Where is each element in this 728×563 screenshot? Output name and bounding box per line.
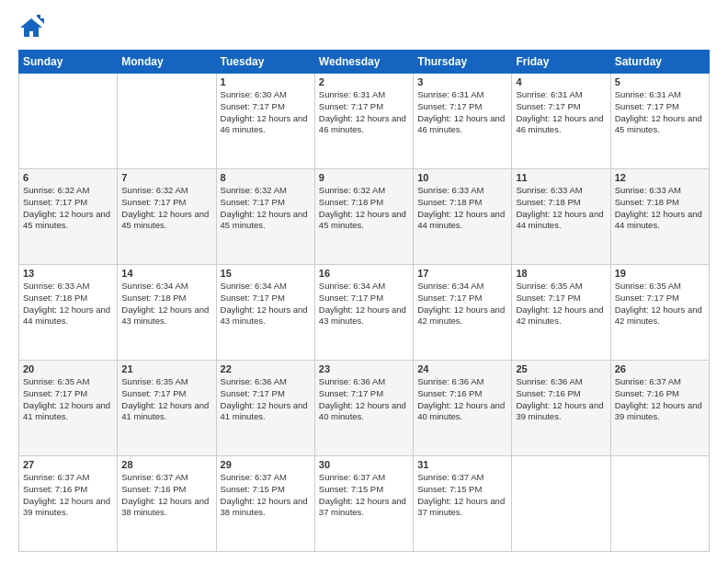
day-info: Sunrise: 6:31 AM Sunset: 7:17 PM Dayligh… (615, 89, 705, 136)
calendar-cell: 21Sunrise: 6:35 AM Sunset: 7:17 PM Dayli… (118, 361, 216, 456)
day-number: 1 (221, 76, 311, 87)
day-info: Sunrise: 6:34 AM Sunset: 7:17 PM Dayligh… (221, 281, 311, 327)
day-number: 31 (417, 459, 507, 470)
day-number: 26 (615, 363, 705, 374)
day-number: 18 (516, 268, 606, 279)
day-info: Sunrise: 6:34 AM Sunset: 7:17 PM Dayligh… (417, 281, 507, 327)
day-info: Sunrise: 6:34 AM Sunset: 7:18 PM Dayligh… (121, 281, 211, 327)
logo (18, 15, 48, 40)
day-info: Sunrise: 6:35 AM Sunset: 7:17 PM Dayligh… (516, 281, 606, 327)
day-info: Sunrise: 6:37 AM Sunset: 7:16 PM Dayligh… (121, 472, 211, 519)
day-info: Sunrise: 6:37 AM Sunset: 7:15 PM Dayligh… (417, 472, 507, 519)
day-info: Sunrise: 6:33 AM Sunset: 7:18 PM Dayligh… (516, 185, 606, 232)
calendar-cell: 1Sunrise: 6:30 AM Sunset: 7:17 PM Daylig… (216, 74, 314, 169)
calendar-cell: 10Sunrise: 6:33 AM Sunset: 7:18 PM Dayli… (414, 169, 512, 265)
calendar-cell: 15Sunrise: 6:34 AM Sunset: 7:17 PM Dayli… (216, 265, 314, 361)
calendar-cell: 20Sunrise: 6:35 AM Sunset: 7:17 PM Dayli… (19, 361, 118, 456)
calendar-cell: 31Sunrise: 6:37 AM Sunset: 7:15 PM Dayli… (414, 456, 512, 552)
day-number: 13 (23, 268, 113, 279)
calendar-cell: 5Sunrise: 6:31 AM Sunset: 7:17 PM Daylig… (610, 74, 709, 169)
day-number: 9 (319, 172, 409, 183)
day-number: 17 (417, 268, 507, 279)
day-info: Sunrise: 6:32 AM Sunset: 7:17 PM Dayligh… (221, 185, 311, 232)
day-info: Sunrise: 6:33 AM Sunset: 7:18 PM Dayligh… (23, 281, 113, 327)
day-number: 15 (221, 268, 311, 279)
day-info: Sunrise: 6:37 AM Sunset: 7:15 PM Dayligh… (319, 472, 409, 519)
calendar-table: SundayMondayTuesdayWednesdayThursdayFrid… (18, 50, 710, 552)
day-number: 5 (615, 76, 705, 87)
calendar-cell: 19Sunrise: 6:35 AM Sunset: 7:17 PM Dayli… (610, 265, 709, 361)
calendar-cell: 13Sunrise: 6:33 AM Sunset: 7:18 PM Dayli… (19, 265, 118, 361)
day-number: 7 (121, 172, 211, 183)
day-number: 30 (319, 459, 409, 470)
day-info: Sunrise: 6:35 AM Sunset: 7:17 PM Dayligh… (23, 376, 113, 423)
calendar-cell: 9Sunrise: 6:32 AM Sunset: 7:18 PM Daylig… (314, 169, 413, 265)
day-number: 6 (23, 172, 113, 183)
day-info: Sunrise: 6:36 AM Sunset: 7:16 PM Dayligh… (417, 376, 507, 423)
day-info: Sunrise: 6:37 AM Sunset: 7:16 PM Dayligh… (615, 376, 705, 423)
calendar-cell: 4Sunrise: 6:31 AM Sunset: 7:17 PM Daylig… (512, 74, 610, 169)
day-number: 3 (417, 76, 507, 87)
calendar-cell: 24Sunrise: 6:36 AM Sunset: 7:16 PM Dayli… (414, 361, 512, 456)
weekday-header-saturday: Saturday (610, 51, 709, 74)
day-number: 11 (516, 172, 606, 183)
calendar-cell: 16Sunrise: 6:34 AM Sunset: 7:17 PM Dayli… (314, 265, 413, 361)
calendar-cell (118, 74, 216, 169)
day-number: 28 (121, 459, 211, 470)
day-number: 19 (615, 268, 705, 279)
day-info: Sunrise: 6:31 AM Sunset: 7:17 PM Dayligh… (417, 89, 507, 136)
day-info: Sunrise: 6:32 AM Sunset: 7:18 PM Dayligh… (319, 185, 409, 232)
day-info: Sunrise: 6:33 AM Sunset: 7:18 PM Dayligh… (615, 185, 705, 232)
day-number: 27 (23, 459, 113, 470)
calendar-cell: 17Sunrise: 6:34 AM Sunset: 7:17 PM Dayli… (414, 265, 512, 361)
day-number: 24 (417, 363, 507, 374)
calendar-cell: 22Sunrise: 6:36 AM Sunset: 7:17 PM Dayli… (216, 361, 314, 456)
day-number: 25 (516, 363, 606, 374)
calendar-cell: 3Sunrise: 6:31 AM Sunset: 7:17 PM Daylig… (414, 74, 512, 169)
day-number: 22 (221, 363, 311, 374)
weekday-header-tuesday: Tuesday (216, 51, 314, 74)
day-number: 14 (121, 268, 211, 279)
day-info: Sunrise: 6:31 AM Sunset: 7:17 PM Dayligh… (319, 89, 409, 136)
calendar-cell: 26Sunrise: 6:37 AM Sunset: 7:16 PM Dayli… (610, 361, 709, 456)
day-info: Sunrise: 6:37 AM Sunset: 7:16 PM Dayligh… (23, 472, 113, 519)
calendar-cell: 11Sunrise: 6:33 AM Sunset: 7:18 PM Dayli… (512, 169, 610, 265)
day-info: Sunrise: 6:36 AM Sunset: 7:17 PM Dayligh… (221, 376, 311, 423)
day-number: 2 (319, 76, 409, 87)
calendar-cell: 14Sunrise: 6:34 AM Sunset: 7:18 PM Dayli… (118, 265, 216, 361)
weekday-header-monday: Monday (118, 51, 216, 74)
day-number: 29 (221, 459, 311, 470)
calendar-cell: 2Sunrise: 6:31 AM Sunset: 7:17 PM Daylig… (314, 74, 413, 169)
calendar-cell: 18Sunrise: 6:35 AM Sunset: 7:17 PM Dayli… (512, 265, 610, 361)
day-info: Sunrise: 6:31 AM Sunset: 7:17 PM Dayligh… (516, 89, 606, 136)
calendar-cell: 30Sunrise: 6:37 AM Sunset: 7:15 PM Dayli… (314, 456, 413, 552)
calendar-cell (19, 74, 118, 169)
day-info: Sunrise: 6:35 AM Sunset: 7:17 PM Dayligh… (121, 376, 211, 423)
day-number: 23 (319, 363, 409, 374)
weekday-header-friday: Friday (512, 51, 610, 74)
calendar-cell: 25Sunrise: 6:36 AM Sunset: 7:16 PM Dayli… (512, 361, 610, 456)
calendar-cell: 27Sunrise: 6:37 AM Sunset: 7:16 PM Dayli… (19, 456, 118, 552)
day-info: Sunrise: 6:32 AM Sunset: 7:17 PM Dayligh… (121, 185, 211, 232)
calendar-cell: 6Sunrise: 6:32 AM Sunset: 7:17 PM Daylig… (19, 169, 118, 265)
calendar-cell: 23Sunrise: 6:36 AM Sunset: 7:17 PM Dayli… (314, 361, 413, 456)
day-info: Sunrise: 6:36 AM Sunset: 7:16 PM Dayligh… (516, 376, 606, 423)
calendar-cell: 7Sunrise: 6:32 AM Sunset: 7:17 PM Daylig… (118, 169, 216, 265)
day-number: 12 (615, 172, 705, 183)
weekday-header-sunday: Sunday (19, 51, 118, 74)
day-info: Sunrise: 6:33 AM Sunset: 7:18 PM Dayligh… (417, 185, 507, 232)
day-info: Sunrise: 6:34 AM Sunset: 7:17 PM Dayligh… (319, 281, 409, 327)
day-info: Sunrise: 6:37 AM Sunset: 7:15 PM Dayligh… (221, 472, 311, 519)
day-number: 4 (516, 76, 606, 87)
day-info: Sunrise: 6:30 AM Sunset: 7:17 PM Dayligh… (221, 89, 311, 136)
day-info: Sunrise: 6:35 AM Sunset: 7:17 PM Dayligh… (615, 281, 705, 327)
day-number: 20 (23, 363, 113, 374)
day-number: 10 (417, 172, 507, 183)
day-number: 8 (221, 172, 311, 183)
weekday-header-thursday: Thursday (414, 51, 512, 74)
calendar-cell (512, 456, 610, 552)
day-info: Sunrise: 6:32 AM Sunset: 7:17 PM Dayligh… (23, 185, 113, 232)
day-number: 16 (319, 268, 409, 279)
weekday-header-wednesday: Wednesday (314, 51, 413, 74)
calendar-cell: 28Sunrise: 6:37 AM Sunset: 7:16 PM Dayli… (118, 456, 216, 552)
